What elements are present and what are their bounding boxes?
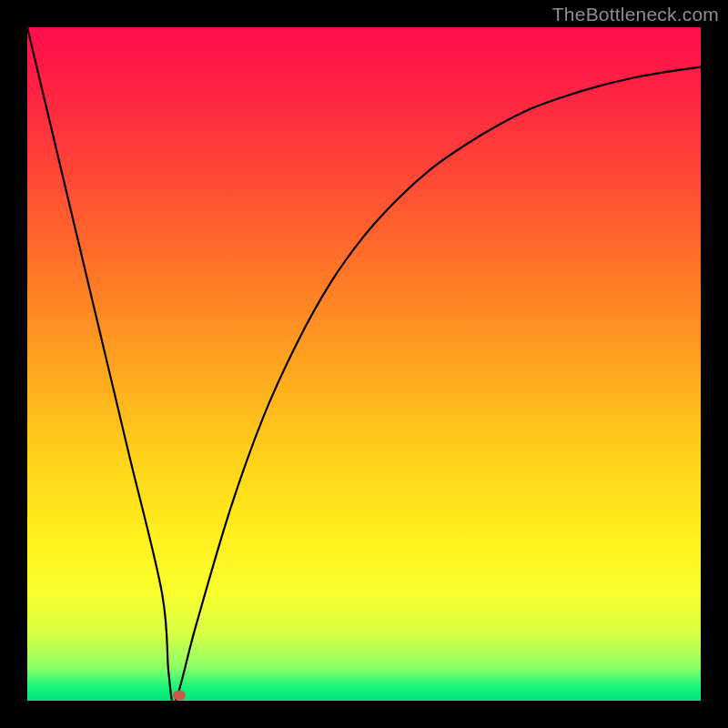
minimum-marker (173, 691, 186, 701)
plot-area (27, 27, 701, 701)
bottleneck-curve-path (27, 27, 701, 701)
watermark-text: TheBottleneck.com (552, 4, 719, 25)
chart-frame: TheBottleneck.com (0, 0, 728, 728)
curve-svg (27, 27, 701, 701)
